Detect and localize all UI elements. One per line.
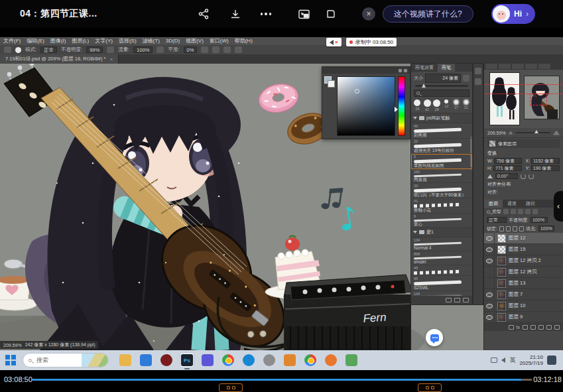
- link-layers-icon[interactable]: [509, 325, 514, 330]
- menu-item[interactable]: 3D(D): [166, 38, 180, 44]
- taskbar-app-orange-clock[interactable]: [324, 352, 338, 368]
- dock-icon-2[interactable]: [475, 78, 481, 85]
- menu-item[interactable]: 选择(S): [119, 38, 137, 44]
- panel-tab[interactable]: [525, 64, 537, 69]
- brush-item[interactable]: 40刻画用: [411, 123, 472, 139]
- taskbar-app-blue-docs[interactable]: [139, 352, 153, 368]
- taskbar-app-green-grid[interactable]: [344, 352, 359, 368]
- h-value[interactable]: 771 像素: [493, 165, 522, 171]
- lock-position-icon[interactable]: [513, 226, 517, 231]
- taskbar-chrome[interactable]: [221, 352, 235, 368]
- smoothing-gear-icon[interactable]: [201, 46, 208, 53]
- brush-angle-icon[interactable]: [212, 46, 219, 53]
- more-options-icon[interactable]: [259, 7, 273, 21]
- visibility-toggle-icon[interactable]: [484, 300, 495, 311]
- flip-icon[interactable]: [529, 174, 534, 179]
- brush-pen-icon[interactable]: [463, 75, 469, 82]
- brush-folder[interactable]: 蜜1: [411, 228, 472, 237]
- visibility-toggle-icon[interactable]: [484, 289, 495, 300]
- brush-search-box[interactable]: [414, 90, 469, 97]
- lock-pixels-icon[interactable]: [506, 226, 511, 231]
- brush-preset[interactable]: 42: [423, 99, 432, 111]
- flow-value[interactable]: 100%: [133, 46, 153, 53]
- color-cursor[interactable]: [355, 89, 359, 94]
- layer-row[interactable]: 图层 7: [484, 289, 563, 300]
- ime-icon[interactable]: [547, 356, 556, 365]
- color-picker-titlebar[interactable]: [322, 67, 410, 74]
- pressure-size-icon[interactable]: [223, 46, 231, 53]
- brush-tool-icon[interactable]: [4, 46, 11, 53]
- layer-row[interactable]: 图层 9: [484, 312, 563, 323]
- search-input[interactable]: [35, 356, 74, 364]
- align-section-title[interactable]: 对齐并分布: [487, 181, 560, 188]
- dock-icon-1[interactable]: [475, 68, 481, 74]
- brush-item[interactable]: 95SZSWL: [411, 276, 472, 291]
- close-icon[interactable]: ×: [362, 7, 375, 21]
- layer-row[interactable]: 图层 12 拷贝: [484, 267, 563, 278]
- color-field[interactable]: [337, 76, 395, 136]
- visibility-toggle-icon[interactable]: [484, 267, 495, 277]
- panel-tab[interactable]: [499, 64, 511, 69]
- brush-item[interactable]: 20喷口闪（不要大于60像素）: [411, 183, 472, 198]
- document-tab[interactable]: 7.19和01绿.psd @ 209% (图层 16, RGB/8#) * ×: [0, 54, 119, 64]
- brush-item[interactable]: 41整颗小花: [411, 198, 472, 214]
- brush-item[interactable]: 45: [411, 265, 472, 276]
- layer-mask-icon[interactable]: [523, 325, 528, 330]
- new-brush-icon[interactable]: [454, 298, 460, 302]
- new-group-icon[interactable]: [446, 298, 452, 302]
- volume-icon[interactable]: [501, 358, 505, 363]
- delete-layer-icon[interactable]: [554, 325, 560, 330]
- pressure-opacity-icon[interactable]: [107, 46, 114, 53]
- monitor-icon[interactable]: [491, 358, 497, 363]
- new-layer-icon[interactable]: [546, 325, 552, 330]
- opacity-value[interactable]: 99%: [86, 46, 103, 53]
- lock-transparency-icon[interactable]: [499, 226, 504, 231]
- share-icon[interactable]: [196, 7, 211, 21]
- layer-row[interactable]: 图层 12: [484, 233, 563, 244]
- angle-value[interactable]: 0.00°: [495, 173, 518, 179]
- delete-brush-icon[interactable]: [463, 298, 469, 302]
- start-button[interactable]: [5, 355, 16, 365]
- navigator-zoom-slider[interactable]: [516, 132, 550, 133]
- brush-preset[interactable]: 21: [462, 99, 470, 111]
- reference-image-window[interactable]: [489, 72, 520, 125]
- timeline-bar[interactable]: [32, 379, 532, 381]
- panel-tab[interactable]: [512, 64, 524, 69]
- layer-style-icon[interactable]: fx: [517, 325, 520, 330]
- menu-item[interactable]: 编辑(E): [27, 38, 44, 44]
- menu-item[interactable]: 视图(V): [186, 38, 204, 44]
- x-value[interactable]: 1152 像素: [531, 158, 560, 164]
- taskbar-app-purple[interactable]: [200, 352, 215, 368]
- chat-bubble-button[interactable]: [426, 329, 443, 346]
- menu-item[interactable]: 窗口(W): [210, 38, 229, 44]
- navigator-view-box[interactable]: [530, 94, 547, 105]
- tab-图层[interactable]: 图层: [484, 200, 503, 208]
- menu-item[interactable]: 图层(L): [72, 38, 89, 44]
- brush-item[interactable]: 5草图勾线底刷画: [411, 154, 472, 169]
- mirror-flip-icon[interactable]: [324, 7, 338, 21]
- filter-adjust-icon[interactable]: [511, 209, 516, 214]
- fg-bg-swatches[interactable]: [324, 76, 335, 88]
- taskbar-photoshop[interactable]: Ps: [180, 352, 194, 368]
- brush-item[interactable]: 134Normal 4: [411, 237, 472, 251]
- tab-brush-settings[interactable]: 画笔设置: [411, 64, 438, 72]
- brush-item[interactable]: 858singlel: [411, 251, 472, 265]
- w-value[interactable]: 756 像素: [494, 158, 521, 164]
- lock-all-icon[interactable]: [519, 226, 524, 231]
- visibility-toggle-icon[interactable]: [484, 255, 495, 266]
- tab-通道[interactable]: 通道: [503, 200, 521, 208]
- menu-item[interactable]: 文字(Y): [95, 38, 113, 44]
- blend-mode-select[interactable]: 正常: [487, 217, 507, 223]
- download-icon[interactable]: [228, 7, 243, 21]
- background-swatch[interactable]: [328, 80, 335, 88]
- brush-preset[interactable]: 24: [413, 99, 422, 111]
- visibility-toggle-icon[interactable]: [484, 244, 495, 255]
- visibility-toggle-icon[interactable]: [484, 233, 495, 243]
- zoom-out-icon[interactable]: [509, 131, 513, 135]
- brush-preset[interactable]: 17: [452, 99, 461, 111]
- brush-group-header[interactable]: ps同款笔触: [411, 113, 472, 123]
- brush-size-slider[interactable]: [415, 85, 468, 87]
- symmetry-icon[interactable]: [235, 46, 242, 53]
- brush-item[interactable]: 9爱心: [411, 214, 472, 228]
- menu-item[interactable]: 图像(I): [50, 38, 66, 44]
